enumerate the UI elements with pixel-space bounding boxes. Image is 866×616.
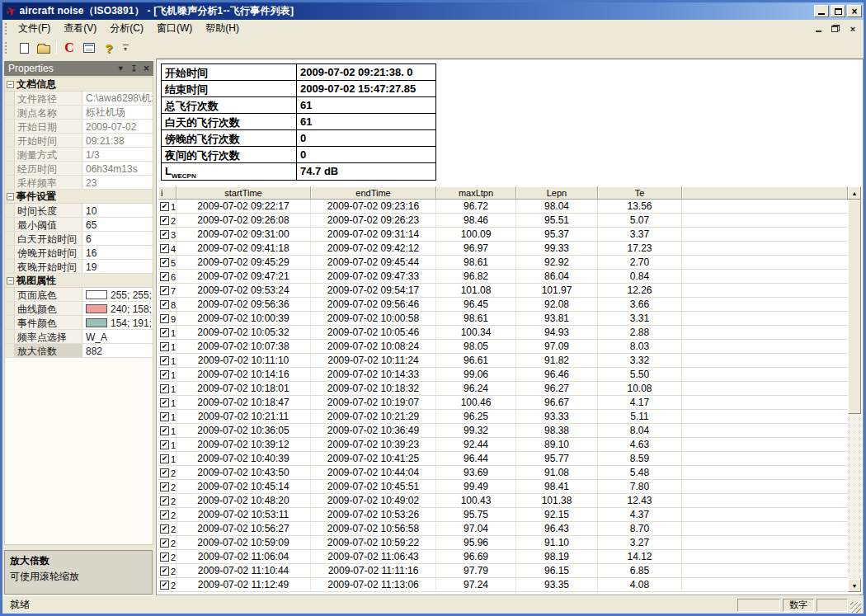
table-row[interactable]: ✔152009-07-02 10:18:472009-07-02 10:19:0… xyxy=(158,396,848,410)
toolbar-grip[interactable] xyxy=(5,42,9,54)
row-checkbox[interactable]: ✔ xyxy=(160,342,169,351)
property-row[interactable]: 事件颜色154; 191; 18 xyxy=(5,316,153,330)
vertical-scrollbar[interactable]: ▲ ▼ xyxy=(848,186,861,592)
row-checkbox[interactable]: ✔ xyxy=(160,538,169,548)
row-checkbox[interactable]: ✔ xyxy=(160,314,169,323)
property-value[interactable]: 255; 255; 25 xyxy=(82,288,153,301)
column-header-i[interactable]: i xyxy=(158,186,176,200)
section-header[interactable]: −事件设置 xyxy=(5,190,153,204)
panel-pin-icon[interactable]: ↧ xyxy=(130,64,138,73)
property-row[interactable]: 测点名称栎社机场 xyxy=(5,106,153,120)
panel-close-icon[interactable]: × xyxy=(144,63,149,73)
row-checkbox[interactable]: ✔ xyxy=(160,286,169,295)
collapse-icon[interactable]: − xyxy=(7,277,14,284)
scroll-down-button[interactable]: ▼ xyxy=(848,579,861,592)
property-value[interactable]: 6 xyxy=(82,232,153,245)
menu-item-help[interactable]: 帮助(H) xyxy=(199,20,246,37)
row-checkbox[interactable]: ✔ xyxy=(160,581,169,590)
calibrate-button[interactable]: C xyxy=(60,40,78,56)
open-file-button[interactable] xyxy=(35,40,53,56)
properties-panel-header[interactable]: Properties ▼ ↧ × xyxy=(4,61,153,76)
table-row[interactable]: ✔252009-07-02 10:59:092009-07-02 10:59:2… xyxy=(158,536,848,550)
table-row[interactable]: ✔142009-07-02 10:18:012009-07-02 10:18:3… xyxy=(158,382,848,396)
collapse-icon[interactable]: − xyxy=(7,193,14,200)
property-value[interactable]: 882 xyxy=(82,344,153,357)
table-row[interactable]: ✔12009-07-02 09:22:172009-07-02 09:23:16… xyxy=(158,200,848,214)
property-value[interactable]: 16 xyxy=(82,246,153,259)
table-row[interactable]: ✔272009-07-02 11:10:442009-07-02 11:11:1… xyxy=(158,564,848,578)
menu-item-analyze[interactable]: 分析(C) xyxy=(103,20,150,37)
row-checkbox[interactable]: ✔ xyxy=(160,328,169,337)
column-header-maxLtpn[interactable]: maxLtpn xyxy=(436,186,516,200)
mdi-restore-button[interactable] xyxy=(830,23,841,34)
property-value[interactable]: 10 xyxy=(82,204,153,217)
property-row[interactable]: 文件路径C:\awa6298\机场 xyxy=(5,92,153,106)
table-row[interactable]: ✔122009-07-02 10:11:102009-07-02 10:11:2… xyxy=(158,354,848,368)
row-checkbox[interactable]: ✔ xyxy=(160,244,169,253)
table-row[interactable]: ✔92009-07-02 10:00:392009-07-02 10:00:58… xyxy=(158,312,848,326)
property-value[interactable]: 240; 158; 15 xyxy=(82,302,153,315)
row-checkbox[interactable]: ✔ xyxy=(160,300,169,309)
table-row[interactable]: ✔182009-07-02 10:39:122009-07-02 10:39:2… xyxy=(158,438,848,452)
table-row[interactable]: ✔62009-07-02 09:47:212009-07-02 09:47:33… xyxy=(158,270,848,284)
row-checkbox[interactable]: ✔ xyxy=(160,370,169,379)
property-value[interactable]: 09:21:38 xyxy=(82,134,153,147)
row-checkbox[interactable]: ✔ xyxy=(160,356,169,365)
property-row[interactable]: 频率点选择W_A xyxy=(5,330,153,344)
property-row[interactable]: 傍晚开始时间16 xyxy=(5,246,153,260)
menu-grip[interactable] xyxy=(5,23,9,35)
menu-item-view[interactable]: 查看(V) xyxy=(57,20,103,37)
row-checkbox[interactable]: ✔ xyxy=(160,384,169,393)
row-checkbox[interactable]: ✔ xyxy=(160,440,169,449)
table-row[interactable]: ✔42009-07-02 09:41:182009-07-02 09:42:12… xyxy=(158,242,848,256)
row-checkbox[interactable]: ✔ xyxy=(160,216,169,225)
property-value[interactable]: 栎社机场 xyxy=(82,106,153,119)
table-row[interactable]: ✔162009-07-02 10:21:112009-07-02 10:21:2… xyxy=(158,410,848,424)
property-row[interactable]: 开始日期2009-07-02 xyxy=(5,120,153,134)
collapse-icon[interactable]: − xyxy=(7,81,14,88)
row-checkbox[interactable]: ✔ xyxy=(160,426,169,435)
row-checkbox[interactable]: ✔ xyxy=(160,524,169,534)
property-value[interactable]: C:\awa6298\机场 xyxy=(82,92,153,105)
section-header[interactable]: −文档信息 xyxy=(5,78,153,92)
resize-grip[interactable] xyxy=(850,602,861,613)
property-value[interactable]: 2009-07-02 xyxy=(82,120,153,133)
property-row[interactable]: 夜晚开始时间19 xyxy=(5,260,153,274)
table-row[interactable]: ✔52009-07-02 09:45:292009-07-02 09:45:44… xyxy=(158,256,848,270)
property-row[interactable]: 页面底色255; 255; 25 xyxy=(5,288,153,302)
maximize-button[interactable] xyxy=(831,5,845,17)
property-row[interactable]: 经历时间06h34m13s xyxy=(5,162,153,176)
row-checkbox[interactable]: ✔ xyxy=(160,567,169,576)
property-value[interactable]: 23 xyxy=(82,176,153,189)
property-value[interactable]: 19 xyxy=(82,260,153,273)
table-row[interactable]: ✔232009-07-02 10:53:112009-07-02 10:53:2… xyxy=(158,508,848,522)
table-row[interactable]: ✔72009-07-02 09:53:242009-07-02 09:54:17… xyxy=(158,284,848,298)
menu-item-file[interactable]: 文件(F) xyxy=(12,20,57,37)
row-checkbox[interactable]: ✔ xyxy=(160,553,169,562)
row-checkbox[interactable]: ✔ xyxy=(160,482,169,491)
column-header-endTime[interactable]: endTime xyxy=(311,186,436,200)
column-header-startTime[interactable]: startTime xyxy=(176,186,311,200)
table-row[interactable]: ✔212009-07-02 10:45:142009-07-02 10:45:5… xyxy=(158,480,848,494)
property-value[interactable]: 1/3 xyxy=(82,148,153,161)
column-header-Lepn[interactable]: Lepn xyxy=(516,186,598,200)
property-row[interactable]: 测量方式1/3 xyxy=(5,148,153,162)
properties-button[interactable] xyxy=(80,40,98,56)
table-row[interactable]: ✔22009-07-02 09:26:082009-07-02 09:26:23… xyxy=(158,214,848,228)
table-row[interactable]: ✔82009-07-02 09:56:362009-07-02 09:56:46… xyxy=(158,298,848,312)
row-checkbox[interactable]: ✔ xyxy=(160,398,169,407)
property-row[interactable]: 采样频率23 xyxy=(5,176,153,190)
table-row[interactable]: ✔102009-07-02 10:05:322009-07-02 10:05:4… xyxy=(158,326,848,340)
row-checkbox[interactable]: ✔ xyxy=(160,510,169,520)
table-row[interactable]: ✔282009-07-02 11:12:492009-07-02 11:13:0… xyxy=(158,578,848,592)
table-row[interactable]: ✔112009-07-02 10:07:382009-07-02 10:08:2… xyxy=(158,340,848,354)
table-row[interactable]: ✔132009-07-02 10:14:162009-07-02 10:14:3… xyxy=(158,368,848,382)
panel-menu-chevron-icon[interactable]: ▼ xyxy=(117,65,125,73)
menu-item-window[interactable]: 窗口(W) xyxy=(150,20,199,37)
property-row[interactable]: 白天开始时间6 xyxy=(5,232,153,246)
table-row[interactable]: ✔242009-07-02 10:56:272009-07-02 10:56:5… xyxy=(158,522,848,536)
row-checkbox[interactable]: ✔ xyxy=(160,468,169,477)
table-row[interactable]: ✔262009-07-02 11:06:042009-07-02 11:06:4… xyxy=(158,550,848,564)
close-button[interactable]: × xyxy=(847,5,862,17)
row-checkbox[interactable]: ✔ xyxy=(160,272,169,281)
